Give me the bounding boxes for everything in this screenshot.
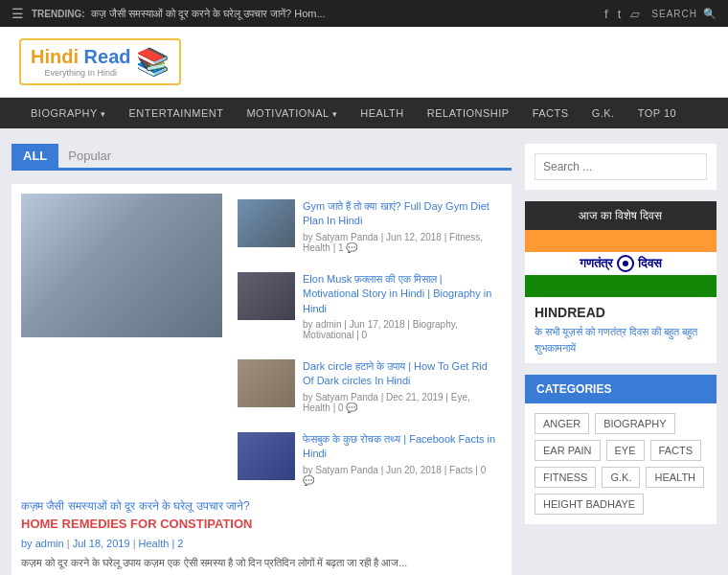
hamburger-icon[interactable]: ☰ [11, 6, 24, 21]
main-container: ALL Popular Gym जाते हैं तो क्या खाएं? F… [0, 128, 728, 575]
search-label-top: SEARCH [651, 9, 697, 19]
tab-popular[interactable]: Popular [58, 144, 121, 168]
tag-anger[interactable]: ANGER [535, 413, 589, 434]
categories-header: CATEGORIES [525, 375, 717, 403]
featured-title-hindi[interactable]: कज़म जैसी समस्याओं को दूर करने के घरेलू … [21, 499, 502, 513]
featured-image [21, 194, 222, 337]
side-thumb-elon [238, 272, 295, 320]
tag-gk[interactable]: G.K. [602, 467, 640, 488]
tag-facts[interactable]: FACTS [650, 440, 701, 461]
tag-biography[interactable]: BIOGRAPHY [595, 413, 674, 434]
twitter-icon[interactable]: t [618, 7, 622, 21]
social-icons: f t ▱ [604, 7, 640, 21]
facebook-icon[interactable]: f [604, 7, 608, 21]
side-thumb-gym [238, 199, 295, 247]
hindread-subtitle: के सभी यूज़र्स को गणतंत्र दिवस की बहुत ब… [535, 324, 707, 356]
main-nav: BIOGRAPHY ENTERTAINMENT MOTIVATIONAL HEA… [0, 98, 728, 128]
list-item: फेसबुक के कुछ रोचक तथ्य | Facebook Facts… [232, 426, 502, 492]
nav-entertainment[interactable]: ENTERTAINMENT [117, 98, 235, 128]
nav-health[interactable]: HEALTH [349, 98, 416, 128]
instagram-icon[interactable]: ▱ [630, 7, 640, 21]
content-area: ALL Popular Gym जाते हैं तो क्या खाएं? F… [11, 144, 512, 575]
side-thumb-dark [238, 359, 295, 407]
logo-hindi: Hindi [31, 46, 79, 67]
tag-eye[interactable]: EYE [606, 440, 645, 461]
list-item: Gym जाते हैं तो क्या खाएं? Full Day Gym … [232, 194, 502, 259]
tag-ear-pain[interactable]: EAR PAIN [535, 440, 601, 461]
header: Hindi Read Everything In Hindi 📚 [0, 27, 728, 98]
special-day-title: आज का विशेष दिवस [535, 209, 707, 222]
category-tags: ANGER BIOGRAPHY EAR PAIN EYE FACTS FITNE… [525, 403, 717, 524]
nav-relationship[interactable]: RELATIONSHIP [416, 98, 521, 128]
list-item: Dark circle हटाने के उपाय | How To Get R… [232, 354, 502, 419]
tab-all[interactable]: ALL [11, 144, 58, 168]
search-icon-top[interactable]: 🔍 [703, 8, 717, 20]
nav-facts[interactable]: FACTS [521, 98, 580, 128]
flag-banner: गणतंत्र दिवस [525, 230, 717, 297]
side-article-meta-3: by Satyam Panda | Jun 20, 2018 | Facts |… [303, 465, 496, 486]
tag-height-badhaye[interactable]: HEIGHT BADHAYE [535, 494, 644, 515]
tag-fitness[interactable]: FITNESS [535, 467, 596, 488]
side-article-meta-1: by admin | Jun 17, 2018 | Biography, Mot… [303, 319, 496, 340]
trending-text: कज़ जैसी समस्याओं को दूर करने के घरेलू उ… [91, 8, 605, 20]
side-article-meta-2: by Satyam Panda | Dec 21, 2019 | Eye, He… [303, 392, 496, 413]
logo-read: Read [84, 46, 131, 67]
sidebar-special-day: आज का विशेष दिवस [525, 201, 717, 230]
featured-article: Gym जाते हैं तो क्या खाएं? Full Day Gym … [21, 194, 502, 492]
side-article-meta-0: by Satyam Panda | Jun 12, 2018 | Fitness… [303, 232, 496, 253]
tag-health[interactable]: HEALTH [646, 467, 704, 488]
trending-label: TRENDING: [32, 9, 85, 19]
featured-meta: by admin | Jul 18, 2019 | Health | 2 [21, 538, 502, 549]
flag-text-right: दिवस [638, 256, 662, 271]
logo[interactable]: Hindi Read Everything In Hindi 📚 [19, 38, 181, 85]
side-thumb-fb [238, 432, 295, 480]
book-icon: 📚 [136, 46, 170, 78]
nav-gk[interactable]: G.K. [580, 98, 626, 128]
nav-top10[interactable]: TOP 10 [626, 98, 689, 128]
side-article-title-3[interactable]: फेसबुक के कुछ रोचक तथ्य | Facebook Facts… [303, 432, 496, 462]
article-tabs: ALL Popular [11, 144, 512, 171]
topbar: ☰ TRENDING: कज़ जैसी समस्याओं को दूर करन… [0, 0, 728, 27]
featured-excerpt: कज़म को दूर करने के घरेलू उपाय कज़म एक ऐ… [21, 555, 502, 571]
hindread-box: HINDREAD के सभी यूज़र्स को गणतंत्र दिवस … [525, 297, 717, 363]
side-article-title-0[interactable]: Gym जाते हैं तो क्या खाएं? Full Day Gym … [303, 199, 496, 229]
logo-sub: Everything In Hindi [31, 68, 130, 78]
flag-text-left: गणतंत्र [580, 256, 613, 271]
sidebar-search-box [525, 144, 717, 190]
list-item: Elon Musk फ़क्लास की एक मिसाल | Motivati… [232, 266, 502, 346]
nav-motivational[interactable]: MOTIVATIONAL [235, 98, 349, 128]
side-article-title-2[interactable]: Dark circle हटाने के उपाय | How To Get R… [303, 359, 496, 389]
side-articles-list: Gym जाते हैं तो क्या खाएं? Full Day Gym … [232, 194, 502, 492]
hindread-title: HINDREAD [535, 305, 707, 320]
nav-biography[interactable]: BIOGRAPHY [19, 98, 117, 128]
ashoka-wheel [617, 255, 634, 272]
side-article-title-1[interactable]: Elon Musk फ़क्लास की एक मिसाल | Motivati… [303, 272, 496, 316]
featured-title-en[interactable]: HOME REMEDIES FOR CONSTIPATION [21, 517, 502, 533]
sidebar: आज का विशेष दिवस गणतंत्र दिवस HINDREAD क… [525, 144, 717, 575]
search-input[interactable] [535, 153, 707, 180]
